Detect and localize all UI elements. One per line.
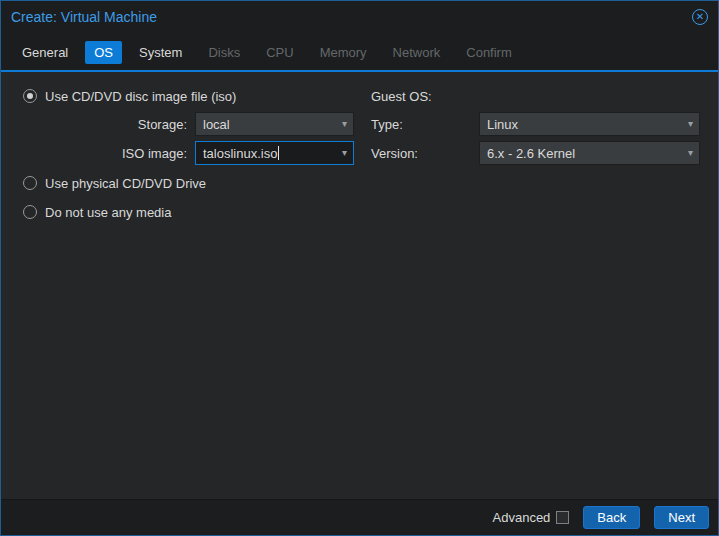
radio-iso-icon[interactable] (23, 89, 37, 103)
radio-iso-label: Use CD/DVD disc image file (iso) (45, 89, 236, 104)
chevron-down-icon[interactable]: ▾ (688, 148, 693, 158)
advanced-label: Advanced (493, 510, 551, 525)
version-select[interactable]: 6.x - 2.6 Kernel ▾ (479, 141, 700, 165)
type-select[interactable]: Linux ▾ (479, 112, 700, 136)
radio-physical-label: Use physical CD/DVD Drive (45, 176, 206, 191)
radio-physical-icon[interactable] (23, 176, 37, 190)
back-button[interactable]: Back (583, 506, 640, 529)
text-cursor-caret (278, 146, 279, 160)
radio-no-media-icon[interactable] (23, 205, 37, 219)
type-row: Type: Linux ▾ (371, 112, 700, 136)
storage-row: Storage: local ▾ (1, 112, 354, 136)
create-vm-dialog: Create: Virtual Machine ✕ General OS Sys… (0, 0, 719, 536)
version-label: Version: (371, 146, 479, 161)
chevron-down-icon[interactable]: ▾ (342, 119, 347, 129)
guest-os-heading: Guest OS: (371, 89, 432, 104)
chevron-down-icon[interactable]: ▾ (342, 148, 347, 158)
tab-bar: General OS System Disks CPU Memory Netwo… (1, 33, 718, 72)
tab-os[interactable]: OS (85, 41, 122, 64)
tab-system[interactable]: System (130, 41, 191, 64)
version-value: 6.x - 2.6 Kernel (487, 146, 575, 161)
close-icon[interactable]: ✕ (692, 9, 708, 25)
version-row: Version: 6.x - 2.6 Kernel ▾ (371, 141, 700, 165)
type-value: Linux (487, 117, 518, 132)
chevron-down-icon[interactable]: ▾ (688, 119, 693, 129)
tab-memory: Memory (311, 41, 376, 64)
radio-no-media-label: Do not use any media (45, 205, 171, 220)
iso-image-input[interactable]: taloslinux.iso ▾ (195, 141, 354, 165)
dialog-titlebar: Create: Virtual Machine ✕ (1, 1, 718, 33)
radio-row-no-media[interactable]: Do not use any media (23, 203, 171, 221)
iso-image-row: ISO image: taloslinux.iso ▾ (1, 141, 354, 165)
iso-image-label: ISO image: (1, 146, 187, 161)
radio-row-iso[interactable]: Use CD/DVD disc image file (iso) (23, 87, 236, 105)
tab-confirm: Confirm (457, 41, 521, 64)
storage-select[interactable]: local ▾ (195, 112, 354, 136)
tab-network: Network (384, 41, 450, 64)
storage-value: local (203, 117, 230, 132)
radio-row-physical[interactable]: Use physical CD/DVD Drive (23, 174, 206, 192)
tab-disks: Disks (199, 41, 249, 64)
dialog-footer: Advanced Back Next (1, 499, 718, 535)
tab-general[interactable]: General (13, 41, 77, 64)
advanced-checkbox[interactable] (556, 511, 569, 524)
type-label: Type: (371, 117, 479, 132)
storage-label: Storage: (1, 117, 187, 132)
radio-dot (27, 93, 33, 99)
dialog-content: Use CD/DVD disc image file (iso) Storage… (1, 72, 718, 499)
next-button[interactable]: Next (654, 506, 709, 529)
dialog-title: Create: Virtual Machine (11, 9, 157, 25)
iso-image-value: taloslinux.iso (203, 146, 277, 161)
tab-cpu: CPU (257, 41, 302, 64)
